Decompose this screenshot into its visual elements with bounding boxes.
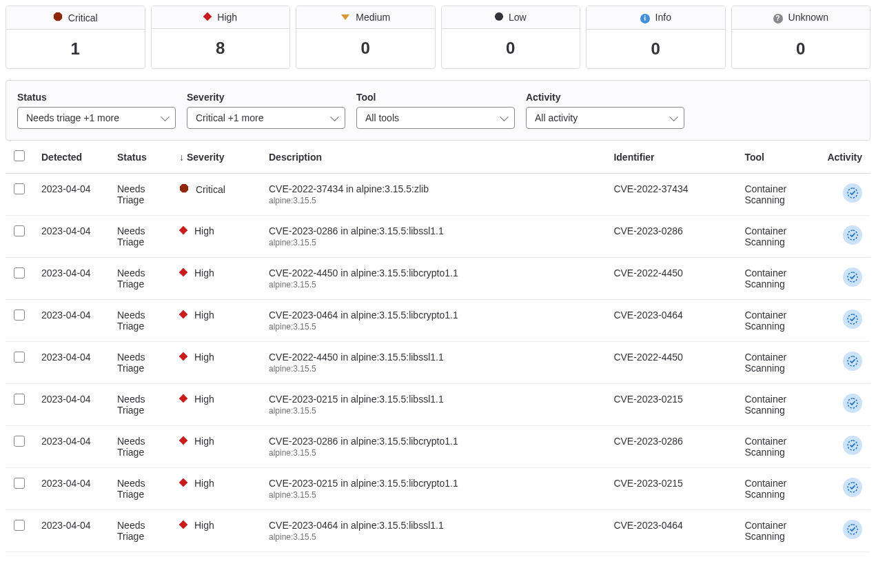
row-description-sub: alpine:3.15.5 bbox=[269, 196, 597, 205]
filter-activity-value: All activity bbox=[535, 112, 578, 123]
info-icon: i bbox=[640, 12, 650, 23]
high-icon bbox=[179, 225, 187, 236]
row-description-title: CVE-2022-37434 in alpine:3.15.5:zlib bbox=[269, 183, 597, 194]
column-status[interactable]: Status bbox=[109, 141, 171, 174]
filter-tool-select[interactable]: All tools bbox=[356, 107, 515, 129]
row-severity-label: High bbox=[194, 394, 214, 405]
row-checkbox[interactable] bbox=[14, 225, 25, 236]
row-severity-label: High bbox=[194, 225, 214, 236]
filter-tool-label: Tool bbox=[356, 92, 515, 103]
row-description: CVE-2023-0464 in alpine:3.15.5:libssl1.1… bbox=[261, 510, 605, 552]
activity-badge-icon[interactable] bbox=[843, 183, 862, 203]
severity-card-count: 0 bbox=[442, 29, 580, 68]
severity-card-critical[interactable]: Critical1 bbox=[6, 6, 145, 69]
row-status: NeedsTriage bbox=[109, 216, 171, 258]
table-row[interactable]: 2023-04-04NeedsTriageHighCVE-2023-0464 i… bbox=[6, 510, 870, 552]
row-severity: High bbox=[171, 216, 261, 258]
table-row[interactable]: 2023-04-04NeedsTriageHighCVE-2022-4450 i… bbox=[6, 258, 870, 300]
row-description-title: CVE-2023-0464 in alpine:3.15.5:libcrypto… bbox=[269, 310, 597, 321]
row-activity bbox=[819, 384, 870, 426]
row-detected: 2023-04-04 bbox=[33, 174, 109, 216]
row-severity: High bbox=[171, 300, 261, 342]
activity-badge-icon[interactable] bbox=[843, 478, 862, 497]
row-identifier: CVE-2023-0286 bbox=[605, 426, 736, 468]
severity-card-unknown[interactable]: ?Unknown0 bbox=[731, 6, 871, 69]
high-icon bbox=[179, 352, 187, 363]
filter-status-select[interactable]: Needs triage +1 more bbox=[17, 107, 176, 129]
activity-badge-icon[interactable] bbox=[843, 225, 862, 245]
row-checkbox[interactable] bbox=[14, 478, 25, 489]
row-description: CVE-2023-0286 in alpine:3.15.5:libssl1.1… bbox=[261, 216, 605, 258]
severity-card-count: 0 bbox=[587, 30, 725, 68]
severity-card-label: Low bbox=[509, 12, 527, 23]
row-detected: 2023-04-04 bbox=[33, 426, 109, 468]
row-checkbox-cell bbox=[6, 342, 33, 384]
severity-card-label: High bbox=[217, 12, 237, 23]
column-tool[interactable]: Tool bbox=[736, 141, 819, 174]
row-description: CVE-2022-4450 in alpine:3.15.5:libssl1.1… bbox=[261, 342, 605, 384]
severity-card-label: Medium bbox=[356, 12, 390, 23]
column-detected[interactable]: Detected bbox=[33, 141, 109, 174]
activity-badge-icon[interactable] bbox=[843, 394, 862, 413]
row-checkbox[interactable] bbox=[14, 310, 25, 321]
row-checkbox[interactable] bbox=[14, 183, 25, 194]
high-icon bbox=[179, 394, 187, 405]
row-checkbox[interactable] bbox=[14, 394, 25, 405]
row-description-title: CVE-2023-0215 in alpine:3.15.5:libssl1.1 bbox=[269, 394, 597, 405]
filter-activity-select[interactable]: All activity bbox=[526, 107, 684, 129]
row-detected: 2023-04-04 bbox=[33, 510, 109, 552]
row-description-sub: alpine:3.15.5 bbox=[269, 532, 597, 542]
row-severity: High bbox=[171, 384, 261, 426]
high-icon bbox=[203, 12, 212, 23]
table-row[interactable]: 2023-04-04NeedsTriageHighCVE-2023-0286 i… bbox=[6, 426, 870, 468]
activity-badge-icon[interactable] bbox=[843, 520, 862, 539]
row-severity-label: High bbox=[194, 267, 214, 278]
severity-card-header: Critical bbox=[6, 6, 145, 30]
row-checkbox[interactable] bbox=[14, 520, 25, 531]
table-row[interactable]: 2023-04-04NeedsTriageHighCVE-2023-0464 i… bbox=[6, 300, 870, 342]
row-checkbox-cell bbox=[6, 426, 33, 468]
svg-rect-6 bbox=[179, 310, 187, 318]
svg-rect-5 bbox=[179, 268, 187, 276]
select-all-checkbox[interactable] bbox=[14, 150, 25, 161]
severity-card-medium[interactable]: Medium0 bbox=[296, 6, 436, 69]
svg-rect-7 bbox=[179, 352, 187, 361]
high-icon bbox=[179, 520, 187, 531]
activity-badge-icon[interactable] bbox=[843, 310, 862, 329]
row-activity bbox=[819, 300, 870, 342]
row-tool: ContainerScanning bbox=[736, 426, 819, 468]
severity-card-low[interactable]: Low0 bbox=[441, 6, 581, 69]
table-row[interactable]: 2023-04-04NeedsTriageHighCVE-2022-4450 i… bbox=[6, 342, 870, 384]
severity-card-info[interactable]: iInfo0 bbox=[586, 6, 726, 69]
severity-card-high[interactable]: High8 bbox=[151, 6, 291, 69]
table-row[interactable]: 2023-04-04NeedsTriageHighCVE-2023-0286 i… bbox=[6, 216, 870, 258]
row-activity bbox=[819, 258, 870, 300]
svg-marker-3 bbox=[180, 184, 188, 192]
column-activity[interactable]: Activity bbox=[819, 141, 870, 174]
column-description[interactable]: Description bbox=[261, 141, 605, 174]
row-identifier: CVE-2023-0464 bbox=[605, 300, 736, 342]
table-row[interactable]: 2023-04-04NeedsTriageCriticalCVE-2022-37… bbox=[6, 174, 870, 216]
row-checkbox[interactable] bbox=[14, 436, 25, 447]
row-severity-label: High bbox=[194, 520, 214, 531]
severity-card-label: Unknown bbox=[788, 12, 828, 23]
column-identifier[interactable]: Identifier bbox=[605, 141, 736, 174]
row-severity: High bbox=[171, 258, 261, 300]
table-row[interactable]: 2023-04-04NeedsTriageHighCVE-2023-0215 i… bbox=[6, 468, 870, 510]
row-checkbox[interactable] bbox=[14, 352, 25, 363]
activity-badge-icon[interactable] bbox=[843, 267, 862, 287]
row-checkbox[interactable] bbox=[14, 267, 25, 278]
filter-severity-select[interactable]: Critical +1 more bbox=[187, 107, 345, 129]
severity-summary: Critical1High8Medium0Low0iInfo0?Unknown0 bbox=[6, 6, 870, 69]
severity-card-header: ?Unknown bbox=[732, 6, 870, 30]
severity-card-header: iInfo bbox=[587, 6, 725, 30]
column-severity[interactable]: ↓Severity bbox=[171, 141, 261, 174]
activity-badge-icon[interactable] bbox=[843, 352, 862, 371]
filter-tool-group: Tool All tools bbox=[356, 92, 515, 129]
severity-card-count: 8 bbox=[152, 29, 290, 68]
table-row[interactable]: 2023-04-04NeedsTriageHighCVE-2023-0215 i… bbox=[6, 384, 870, 426]
svg-rect-8 bbox=[179, 394, 187, 403]
row-detected: 2023-04-04 bbox=[33, 216, 109, 258]
high-icon bbox=[179, 310, 187, 321]
activity-badge-icon[interactable] bbox=[843, 436, 862, 455]
